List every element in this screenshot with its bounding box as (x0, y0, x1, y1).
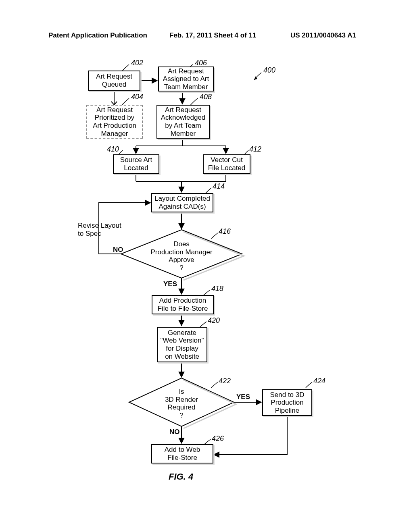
ref-400: 400 (263, 66, 275, 75)
node-408-text: Art Request Acknowledged by Art Team Mem… (161, 106, 206, 137)
ref-422: 422 (219, 377, 231, 385)
ref-426: 426 (212, 434, 224, 443)
node-412: Vector Cut File Located (203, 154, 250, 174)
node-404: Art Request Prioritized by Art Productio… (86, 105, 143, 139)
ref-424: 424 (313, 377, 325, 385)
page: Patent Application Publication Feb. 17, … (0, 0, 413, 532)
ref-408: 408 (200, 93, 212, 101)
node-414: Layout Completed Against CAD(s) (151, 193, 213, 212)
figure-caption: FIG. 4 (169, 472, 193, 482)
ref-414: 414 (213, 182, 225, 191)
node-416-text: Does Production Manager Approve ? (145, 240, 218, 272)
ref-416: 416 (219, 227, 231, 236)
node-402: Art Request Queued (88, 71, 140, 91)
node-426-text: Add to Web File-Store (165, 446, 200, 461)
node-410: Source Art Located (113, 154, 159, 174)
node-406: Art Request Assigned to Art Team Member (158, 66, 214, 91)
node-422-text: Is 3D Render Required ? (153, 388, 210, 419)
node-406-text: Art Request Assigned to Art Team Member (163, 67, 209, 91)
ref-418: 418 (211, 285, 223, 293)
yes-label-416: YES (163, 280, 177, 288)
no-label-422: NO (169, 428, 180, 436)
ref-404: 404 (131, 93, 143, 101)
yes-label-422: YES (236, 393, 250, 401)
node-402-text: Art Request Queued (96, 73, 132, 88)
node-418-text: Add Production File to File-Store (158, 297, 208, 312)
node-420: Generate "Web Version" for Display on We… (157, 327, 207, 362)
ref-412: 412 (249, 145, 261, 154)
revise-label: Revise Layout to Spec (78, 222, 130, 237)
node-410-text: Source Art Located (120, 156, 152, 172)
node-414-text: Layout Completed Against CAD(s) (154, 195, 210, 210)
node-424-text: Send to 3D Production Pipeline (270, 391, 304, 415)
node-412-text: Vector Cut File Located (208, 156, 246, 172)
ref-402: 402 (131, 59, 143, 67)
node-404-text: Art Request Prioritized by Art Productio… (93, 106, 136, 137)
node-424: Send to 3D Production Pipeline (262, 389, 312, 416)
no-label-416: NO (113, 246, 123, 254)
ref-410: 410 (107, 145, 119, 154)
node-418: Add Production File to File-Store (152, 295, 214, 314)
node-420-text: Generate "Web Version" for Display on We… (160, 329, 204, 360)
ref-406: 406 (195, 59, 207, 67)
node-408: Art Request Acknowledged by Art Team Mem… (156, 105, 210, 139)
ref-420: 420 (208, 316, 220, 325)
node-426: Add to Web File-Store (151, 444, 213, 463)
